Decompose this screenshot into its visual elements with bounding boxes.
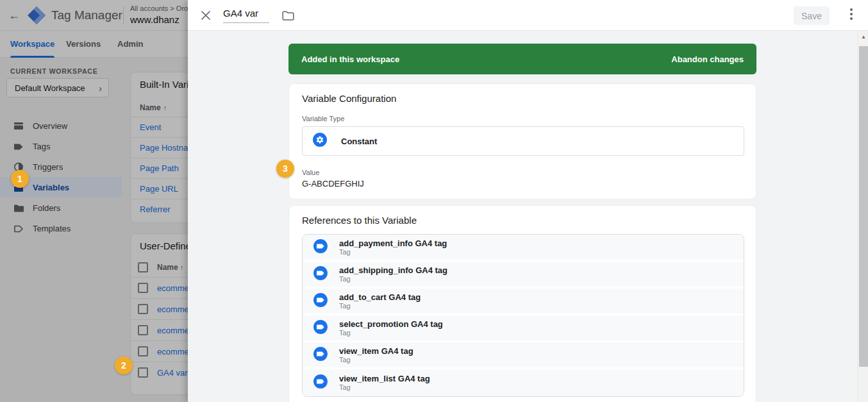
- reference-type: Tag: [339, 248, 447, 256]
- banner-text: Added in this workspace: [301, 54, 399, 64]
- variable-type-selector[interactable]: Constant: [302, 126, 744, 156]
- scroll-up-arrow[interactable]: ▲: [858, 33, 868, 42]
- reference-item[interactable]: view_item GA4 tagTag: [303, 342, 744, 369]
- ga4-tag-icon: [313, 320, 328, 337]
- step-badge-1: 1: [11, 170, 29, 188]
- reference-name: add_payment_info GA4 tag: [339, 239, 447, 248]
- workspace-status-banner: Added in this workspace Abandon changes: [288, 44, 756, 74]
- reference-name: select_promotion GA4 tag: [339, 319, 443, 329]
- value-label: Value: [302, 169, 319, 176]
- value-field[interactable]: G-ABCDEFGHIJ: [302, 179, 364, 188]
- variable-type-label: Variable Type: [302, 115, 344, 122]
- variable-configuration-card: Variable Configuration Variable Type: [288, 83, 756, 199]
- config-card-title: Variable Configuration: [302, 93, 396, 104]
- references-list: add_payment_info GA4 tagTag add_shipping…: [302, 234, 744, 397]
- reference-type: Tag: [339, 329, 443, 337]
- variable-type-value: Constant: [341, 137, 377, 146]
- reference-type: Tag: [339, 383, 430, 392]
- reference-type: Tag: [339, 302, 421, 310]
- panel-scrollbar: ▲: [858, 31, 868, 402]
- ga4-tag-icon: [313, 266, 328, 283]
- scrollbar-thumb[interactable]: [859, 46, 868, 367]
- reference-name: add_shipping_info GA4 tag: [339, 265, 447, 275]
- ga4-tag-icon: [313, 239, 328, 256]
- reference-item[interactable]: select_promotion GA4 tagTag: [303, 315, 744, 342]
- save-button[interactable]: Save: [794, 6, 830, 25]
- variable-editor-panel: GA4 var Save Added in this workspace Aba…: [188, 0, 868, 402]
- variable-title-input[interactable]: GA4 var: [223, 8, 269, 23]
- panel-body: Added in this workspace Abandon changes …: [188, 31, 868, 402]
- reference-item[interactable]: add_shipping_info GA4 tagTag: [303, 262, 744, 289]
- step-badge-3: 3: [276, 160, 294, 178]
- references-card: References to this Variable add_payment_…: [288, 205, 756, 402]
- reference-type: Tag: [339, 275, 447, 283]
- gtm-screen: ← Tag Manager All accounts > Oro www.dha…: [0, 0, 868, 402]
- ga4-tag-icon: [313, 293, 328, 310]
- reference-item[interactable]: view_item_list GA4 tagTag: [303, 369, 744, 396]
- step-badge-2: 2: [115, 356, 133, 374]
- panel-header: GA4 var Save: [188, 0, 868, 31]
- reference-type: Tag: [339, 356, 413, 364]
- close-icon[interactable]: [200, 10, 212, 21]
- reference-item[interactable]: add_to_cart GA4 tagTag: [303, 289, 744, 315]
- reference-name: view_item_list GA4 tag: [339, 374, 430, 383]
- reference-item[interactable]: add_payment_info GA4 tagTag: [303, 235, 744, 262]
- constant-type-icon: [313, 133, 327, 149]
- ga4-tag-icon: [313, 347, 328, 364]
- reference-name: add_to_cart GA4 tag: [339, 292, 421, 302]
- abandon-changes-button[interactable]: Abandon changes: [671, 54, 744, 64]
- ga4-tag-icon: [313, 374, 328, 391]
- reference-name: view_item GA4 tag: [339, 346, 413, 356]
- references-title: References to this Variable: [302, 215, 417, 226]
- folder-icon[interactable]: [282, 11, 294, 23]
- more-options-icon[interactable]: [850, 8, 853, 20]
